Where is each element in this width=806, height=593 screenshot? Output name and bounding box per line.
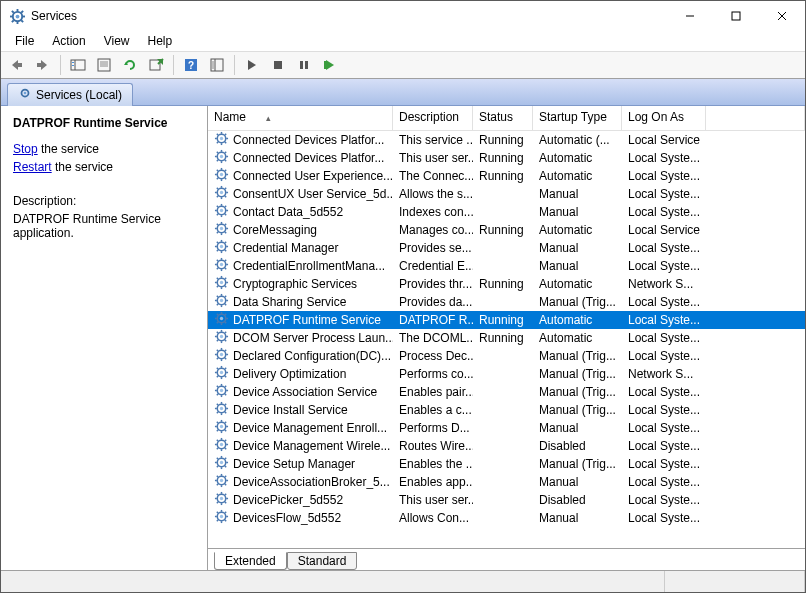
col-header-logon[interactable]: Log On As (622, 106, 706, 130)
cell-logon: Local Syste... (622, 384, 706, 400)
service-row[interactable]: Connected User Experience...The Connec..… (208, 167, 805, 185)
service-row[interactable]: Connected Devices Platfor...This user se… (208, 149, 805, 167)
menu-action[interactable]: Action (44, 33, 93, 49)
svg-line-230 (225, 466, 226, 467)
tab-standard[interactable]: Standard (287, 552, 358, 570)
cell-description: Performs D... (393, 420, 473, 436)
cell-startup: Manual (533, 420, 622, 436)
cell-startup: Automatic (533, 276, 622, 292)
col-header-empty[interactable] (706, 106, 805, 130)
col-header-status[interactable]: Status (473, 106, 533, 130)
cell-status: Running (473, 312, 533, 328)
svg-point-54 (220, 155, 223, 158)
restart-link[interactable]: Restart (13, 160, 52, 174)
svg-point-1 (15, 14, 19, 18)
show-hide-tree-button[interactable] (66, 54, 90, 76)
svg-line-69 (217, 170, 218, 171)
statusbar (1, 570, 805, 592)
tab-extended[interactable]: Extended (214, 552, 287, 570)
forward-button[interactable] (31, 54, 55, 76)
close-button[interactable] (759, 1, 805, 31)
svg-point-204 (220, 425, 223, 428)
service-row[interactable]: Device Management Enroll...Performs D...… (208, 419, 805, 437)
cell-name: Device Management Enroll... (208, 418, 393, 438)
cell-description: This user ser... (393, 492, 473, 508)
pause-service-button[interactable] (292, 54, 316, 76)
service-row[interactable]: Cryptographic ServicesProvides thr...Run… (208, 275, 805, 293)
cell-startup: Manual (Trig... (533, 456, 622, 472)
cell-logon: Local Service (622, 132, 706, 148)
svg-line-240 (225, 484, 226, 485)
service-row[interactable]: DATPROF Runtime ServiceDATPROF R...Runni… (208, 311, 805, 329)
service-row[interactable]: Credential ManagerProvides se...ManualLo… (208, 239, 805, 257)
service-row[interactable]: CoreMessagingManages co...RunningAutomat… (208, 221, 805, 239)
service-row[interactable]: Data Sharing ServiceProvides da...Manual… (208, 293, 805, 311)
export-button[interactable] (144, 54, 168, 76)
svg-line-111 (225, 242, 226, 243)
cell-description: The Connec... (393, 168, 473, 184)
svg-line-50 (225, 142, 226, 143)
services-window: Services File Action View Help ? Service (0, 0, 806, 593)
service-row[interactable]: Delivery OptimizationPerforms co...Manua… (208, 365, 805, 383)
description-label: Description: (13, 194, 195, 208)
cell-name: Contact Data_5d552 (208, 202, 393, 222)
cell-startup: Manual (533, 510, 622, 526)
svg-line-242 (217, 484, 218, 485)
service-row[interactable]: Device Management Wirele...Routes Wire..… (208, 437, 805, 455)
menu-view[interactable]: View (96, 33, 138, 49)
properties-button[interactable] (92, 54, 116, 76)
service-row[interactable]: Device Association ServiceEnables pair..… (208, 383, 805, 401)
back-button[interactable] (5, 54, 29, 76)
cell-name: Connected Devices Platfor... (208, 148, 393, 168)
service-row[interactable]: DCOM Server Process Laun...The DCOML...R… (208, 329, 805, 347)
gear-icon (214, 347, 229, 365)
cell-logon: Local Syste... (622, 510, 706, 526)
col-header-startup[interactable]: Startup Type (533, 106, 622, 130)
service-row[interactable]: CredentialEnrollmentMana...Credential E.… (208, 257, 805, 275)
svg-line-160 (225, 340, 226, 341)
service-row[interactable]: DevicesFlow_5d552Allows Con...ManualLoca… (208, 509, 805, 527)
svg-line-201 (225, 404, 226, 405)
refresh-button[interactable] (118, 54, 142, 76)
start-service-button[interactable] (240, 54, 264, 76)
svg-line-229 (217, 458, 218, 459)
gear-icon (214, 131, 229, 149)
gear-icon (214, 401, 229, 419)
service-row[interactable]: Device Install ServiceEnables a c...Manu… (208, 401, 805, 419)
stop-service-button[interactable] (266, 54, 290, 76)
description-text: DATPROF Runtime Service application. (13, 212, 195, 240)
svg-line-49 (217, 134, 218, 135)
maximize-button[interactable] (713, 1, 759, 31)
svg-line-231 (225, 458, 226, 459)
svg-point-124 (220, 281, 223, 284)
service-row[interactable]: ConsentUX User Service_5d...Allows the s… (208, 185, 805, 203)
menu-file[interactable]: File (7, 33, 42, 49)
cell-name: DeviceAssociationBroker_5... (208, 472, 393, 492)
svg-line-152 (217, 322, 218, 323)
cell-startup: Manual (Trig... (533, 384, 622, 400)
service-row[interactable]: DevicePicker_5d552This user ser...Disabl… (208, 491, 805, 509)
service-row[interactable]: Connected Devices Platfor...This service… (208, 131, 805, 149)
stop-link[interactable]: Stop (13, 142, 38, 156)
minimize-button[interactable] (667, 1, 713, 31)
svg-rect-15 (18, 63, 22, 67)
service-list[interactable]: Connected Devices Platfor...This service… (208, 131, 805, 548)
cell-status (473, 463, 533, 465)
help-button[interactable]: ? (179, 54, 203, 76)
cell-logon: Local Syste... (622, 402, 706, 418)
services-local-tab[interactable]: Services (Local) (7, 83, 133, 106)
help-topics-button[interactable] (205, 54, 229, 76)
cell-startup: Manual (533, 204, 622, 220)
svg-marker-35 (248, 60, 256, 70)
menu-help[interactable]: Help (140, 33, 181, 49)
col-header-description[interactable]: Description (393, 106, 473, 130)
service-row[interactable]: Declared Configuration(DC)...Process Dec… (208, 347, 805, 365)
col-header-name[interactable]: Name▴ (208, 106, 393, 130)
cell-status: Running (473, 132, 533, 148)
cell-logon: Local Syste... (622, 348, 706, 364)
service-row[interactable]: Contact Data_5d552Indexes con...ManualLo… (208, 203, 805, 221)
service-row[interactable]: DeviceAssociationBroker_5...Enables app.… (208, 473, 805, 491)
cell-logon: Local Syste... (622, 186, 706, 202)
service-row[interactable]: Device Setup ManagerEnables the ...Manua… (208, 455, 805, 473)
restart-service-button[interactable] (318, 54, 342, 76)
